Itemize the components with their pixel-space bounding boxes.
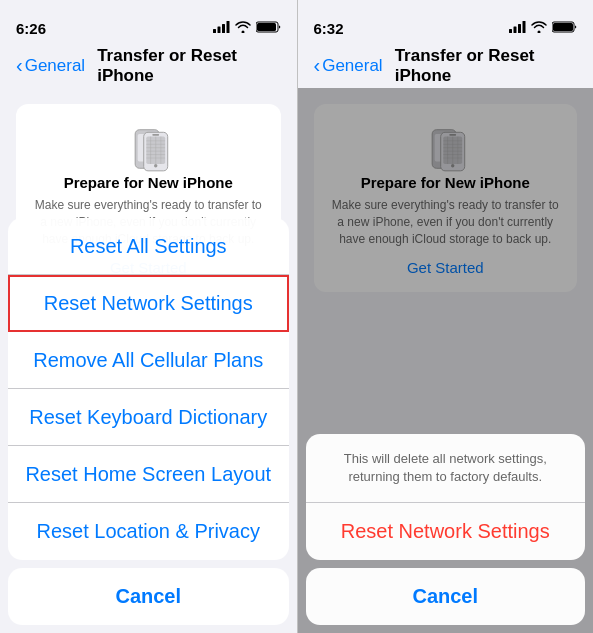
- right-phone-screen: 6:32 ‹ General Transfer or Reset iPhone: [297, 0, 594, 633]
- nav-back-label-right[interactable]: General: [322, 56, 382, 76]
- nav-title-right: Transfer or Reset iPhone: [395, 46, 577, 86]
- battery-icon: [256, 19, 281, 37]
- wifi-icon-right: [531, 19, 547, 37]
- nav-back-label-left[interactable]: General: [25, 56, 85, 76]
- iphone-pair-icon-left: [118, 124, 178, 174]
- nav-bar-right: ‹ General Transfer or Reset iPhone: [298, 44, 594, 88]
- svg-rect-3: [226, 21, 229, 33]
- reset-network-confirm-button[interactable]: Reset Network Settings: [306, 503, 586, 560]
- svg-rect-22: [509, 29, 512, 33]
- reset-location-privacy-button[interactable]: Reset Location & Privacy: [8, 503, 289, 560]
- action-sheet-group-left: Reset All Settings Reset Network Setting…: [8, 218, 289, 560]
- svg-rect-27: [553, 23, 573, 31]
- reset-network-settings-button[interactable]: Reset Network Settings: [8, 275, 289, 332]
- signal-icon: [213, 21, 230, 35]
- confirmation-sheet-right: This will delete all network settings, r…: [298, 434, 594, 633]
- nav-bar-left: ‹ General Transfer or Reset iPhone: [0, 44, 297, 88]
- status-icons-left: [213, 19, 281, 37]
- svg-rect-23: [514, 27, 517, 34]
- confirmation-message-right: This will delete all network settings, r…: [306, 434, 586, 503]
- svg-rect-0: [213, 29, 216, 33]
- nav-back-right[interactable]: ‹ General: [314, 55, 383, 77]
- confirmation-group-right: This will delete all network settings, r…: [306, 434, 586, 560]
- svg-rect-24: [518, 24, 521, 33]
- back-arrow-icon-right: ‹: [314, 54, 321, 77]
- status-icons-right: [509, 19, 577, 37]
- svg-rect-25: [523, 21, 526, 33]
- nav-back-left[interactable]: ‹ General: [16, 55, 85, 77]
- battery-icon-right: [552, 19, 577, 37]
- reset-home-screen-button[interactable]: Reset Home Screen Layout: [8, 446, 289, 503]
- left-phone-screen: 6:26 ‹ General Transfer or Reset iPhone: [0, 0, 297, 633]
- reset-all-settings-button[interactable]: Reset All Settings: [8, 218, 289, 275]
- back-arrow-icon-left: ‹: [16, 54, 23, 77]
- action-sheet-left: Reset All Settings Reset Network Setting…: [0, 218, 297, 633]
- wifi-icon: [235, 19, 251, 37]
- action-sheet-cancel-left[interactable]: Cancel: [8, 568, 289, 625]
- svg-rect-11: [153, 134, 160, 136]
- svg-point-12: [154, 164, 157, 167]
- signal-icon-right: [509, 19, 526, 37]
- status-bar-right: 6:32: [298, 0, 594, 44]
- svg-rect-1: [217, 27, 220, 34]
- content-area-left: Prepare for New iPhone Make sure everyth…: [0, 88, 297, 633]
- svg-rect-5: [257, 23, 276, 31]
- status-time-right: 6:32: [314, 20, 344, 37]
- prepare-title-left: Prepare for New iPhone: [64, 174, 233, 191]
- status-bar-left: 6:26: [0, 0, 297, 44]
- remove-cellular-plans-button[interactable]: Remove All Cellular Plans: [8, 332, 289, 389]
- svg-rect-2: [222, 24, 225, 33]
- reset-keyboard-dictionary-button[interactable]: Reset Keyboard Dictionary: [8, 389, 289, 446]
- status-time-left: 6:26: [16, 20, 46, 37]
- confirmation-cancel-right[interactable]: Cancel: [306, 568, 586, 625]
- content-area-right: Prepare for New iPhone Make sure everyth…: [298, 88, 594, 633]
- nav-title-left: Transfer or Reset iPhone: [97, 46, 280, 86]
